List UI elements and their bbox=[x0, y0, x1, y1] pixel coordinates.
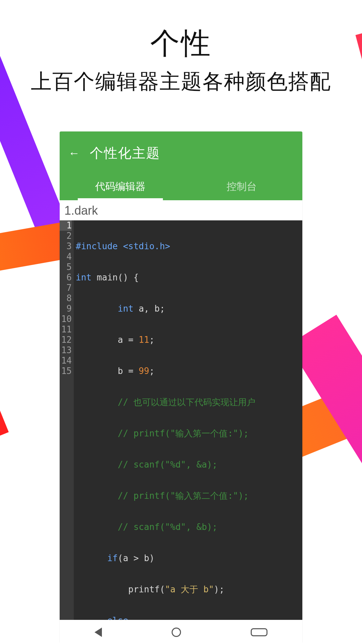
nav-recent-icon[interactable] bbox=[251, 628, 267, 636]
page-title: 个性 bbox=[0, 26, 362, 60]
phone-mock: ← 个性化主题 代码编辑器 控制台 1.dark 1 2345 678910 1… bbox=[60, 131, 302, 643]
gutter-dark: 1 2345 678910 1112131415 bbox=[60, 220, 74, 643]
back-icon[interactable]: ← bbox=[68, 147, 80, 160]
appbar-title: 个性化主题 bbox=[90, 144, 160, 162]
nav-back-icon[interactable] bbox=[95, 628, 102, 637]
theme-label-dark[interactable]: 1.dark bbox=[60, 200, 302, 220]
theme-preview-dark[interactable]: 1 2345 678910 1112131415 #include <stdio… bbox=[60, 220, 302, 643]
code-dark: #include <stdio.h> int main() { int a, b… bbox=[74, 220, 302, 643]
appbar: ← 个性化主题 bbox=[60, 131, 302, 174]
page-subtitle: 上百个编辑器主题各种颜色搭配 bbox=[0, 67, 362, 96]
tab-console[interactable]: 控制台 bbox=[181, 174, 302, 200]
tab-code-editor[interactable]: 代码编辑器 bbox=[60, 174, 181, 200]
nav-home-icon[interactable] bbox=[172, 628, 181, 637]
android-navbar bbox=[60, 620, 302, 644]
tabs: 代码编辑器 控制台 bbox=[60, 174, 302, 200]
